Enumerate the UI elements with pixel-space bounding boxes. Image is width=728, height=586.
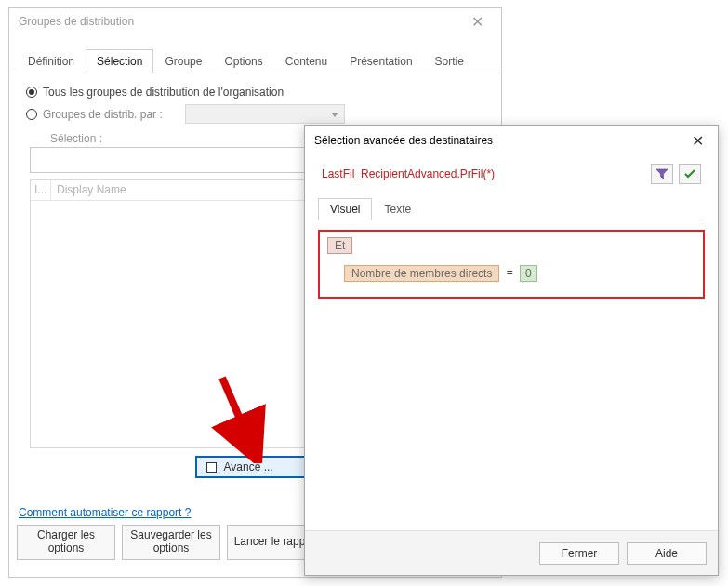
tab-presentation[interactable]: Présentation [338,49,423,73]
automate-report-link[interactable]: Comment automatiser ce rapport ? [19,506,191,519]
radio-all-groups[interactable] [26,87,37,98]
expression-field[interactable]: Nombre de membres directs [344,265,499,282]
expression-value[interactable]: 0 [520,265,537,282]
expression-comparator[interactable]: = [503,266,517,279]
expression-operator[interactable]: Et [327,237,352,254]
filter-icon-button[interactable] [651,164,673,184]
radio-groups-by-row[interactable]: Groupes de distrib. par : [26,101,484,127]
list-col-icon[interactable]: I... [31,180,51,200]
radio-all-groups-row[interactable]: Tous les groupes de distribution de l'or… [26,83,484,101]
advanced-label: Avancé ... [224,460,273,473]
tab-contenu[interactable]: Contenu [274,49,338,73]
dialog-footer: Fermer Aide [305,530,718,575]
dialog-help-button[interactable]: Aide [627,542,707,565]
dialog-close-button[interactable]: ✕ [677,126,718,155]
groups-by-combo[interactable] [185,104,345,124]
main-close-button[interactable]: ✕ [458,8,496,34]
dialog-titlebar: Sélection avancée des destinataires ✕ [305,126,718,155]
apply-icon-button[interactable] [679,164,701,184]
advanced-checkbox[interactable] [206,462,217,473]
dialog-close-footer-button[interactable]: Fermer [539,542,619,565]
dialog-file-row: LastFil_RecipientAdvanced.PrFil(*) [318,161,705,187]
dialog-tab-visuel[interactable]: Visuel [318,198,372,220]
tab-groupe[interactable]: Groupe [153,49,213,73]
radio-groups-by-label: Groupes de distrib. par : [43,108,163,121]
tab-sortie[interactable]: Sortie [424,49,475,73]
dialog-tabstrip: Visuel Texte [318,198,705,220]
filter-filename: LastFil_RecipientAdvanced.PrFil(*) [322,167,495,180]
radio-groups-by[interactable] [26,109,37,120]
load-options-button[interactable]: Charger les options [17,525,115,560]
save-options-button[interactable]: Sauvegarder les options [122,525,220,560]
main-title: Groupes de distribution [19,15,134,28]
tab-selection[interactable]: Sélection [86,49,153,73]
dialog-title: Sélection avancée des destinataires [314,134,493,147]
radio-all-groups-label: Tous les groupes de distribution de l'or… [43,86,284,99]
advanced-selection-dialog: Sélection avancée des destinataires ✕ La… [304,125,719,576]
dialog-body: LastFil_RecipientAdvanced.PrFil(*) Visue… [305,155,718,530]
main-tabstrip: Définition Sélection Groupe Options Cont… [9,49,501,73]
main-titlebar: Groupes de distribution ✕ [9,8,501,34]
tab-options[interactable]: Options [213,49,273,73]
expression-clause: Nombre de membres directs = 0 [344,265,695,282]
dialog-tab-texte[interactable]: Texte [372,198,423,220]
tab-definition[interactable]: Définition [17,49,86,73]
advanced-button[interactable]: Avancé ... [195,456,316,478]
expression-area[interactable]: Et Nombre de membres directs = 0 [318,230,705,299]
